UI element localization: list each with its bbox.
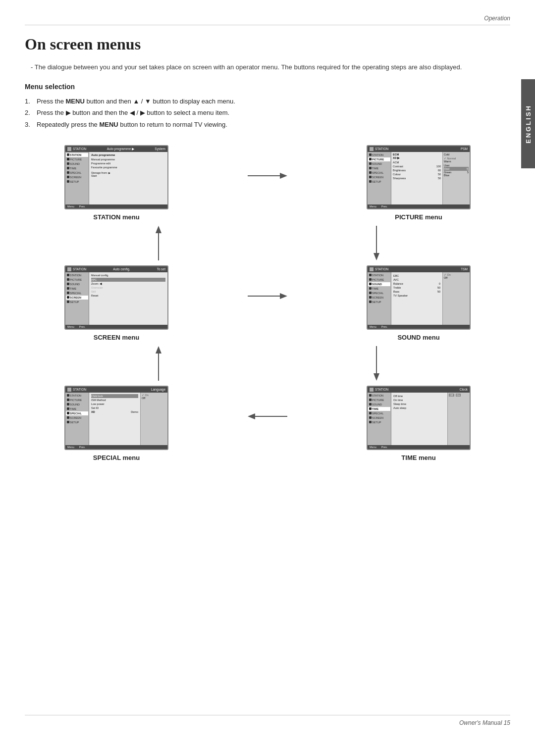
page-title: On screen menus xyxy=(25,35,510,53)
svg-marker-8 xyxy=(156,346,161,353)
special-diagram: STATION Language STATION PICTURE SOUND T… xyxy=(64,386,168,461)
picture-label: PICTURE menu xyxy=(395,213,442,221)
picture-screen: STATION PSM STATION PICTURE SOUND TIME S… xyxy=(367,145,471,209)
svg-marker-5 xyxy=(374,253,379,260)
special-screen: STATION Language STATION PICTURE SOUND T… xyxy=(64,386,168,450)
picture-diagram: STATION PSM STATION PICTURE SOUND TIME S… xyxy=(367,145,471,221)
top-section: Operation On screen menus - The dialogue… xyxy=(0,0,535,130)
station-diagram: STATION Auto programme ▶ System STATION … xyxy=(64,145,168,221)
arrow-down-right xyxy=(324,226,428,260)
time-diagram: STATION Clock STATION PICTURE SOUND TIME… xyxy=(367,386,471,461)
footer: Owner's Manual 15 xyxy=(25,715,510,726)
screen-diagram: STATION Auto config. To set STATION PICT… xyxy=(64,265,168,341)
step-3: Repeatedly press the MENU button to retu… xyxy=(25,119,510,130)
arrow-left-3 xyxy=(248,410,287,422)
screen-label: SCREEN menu xyxy=(94,334,139,341)
row-1: STATION Auto programme ▶ System STATION … xyxy=(25,145,510,221)
svg-marker-1 xyxy=(280,173,287,179)
menu-selection-title: Menu selection xyxy=(25,83,510,91)
vertical-arrows-1 xyxy=(25,226,510,260)
row-2: STATION Auto config. To set STATION PICT… xyxy=(25,265,510,341)
sound-diagram: STATION TSM STATION PICTURE SOUND TIME S… xyxy=(367,265,471,341)
arrow-down-right-2 xyxy=(324,346,428,381)
intro-text: - The dialogue between you and your set … xyxy=(25,62,510,73)
svg-marker-12 xyxy=(248,413,255,419)
vertical-arrows-2 xyxy=(25,346,510,381)
row-3: STATION Language STATION PICTURE SOUND T… xyxy=(25,386,510,461)
time-screen: STATION Clock STATION PICTURE SOUND TIME… xyxy=(367,386,471,450)
sound-screen: STATION TSM STATION PICTURE SOUND TIME S… xyxy=(367,265,471,330)
arrow-up-left xyxy=(107,226,211,260)
arrow-up-left-2 xyxy=(107,346,211,381)
station-label: STATION menu xyxy=(93,213,139,221)
svg-marker-2 xyxy=(156,226,161,233)
menu-steps: Press the MENU button and then ▲ / ▼ but… xyxy=(25,96,510,130)
step-2: Press the ▶ button and then the ◀ / ▶ bu… xyxy=(25,107,510,118)
diagrams-area: STATION Auto programme ▶ System STATION … xyxy=(0,145,535,461)
svg-marker-11 xyxy=(374,373,379,381)
arrow-right-2 xyxy=(248,290,287,302)
svg-marker-7 xyxy=(280,293,287,299)
sound-label: SOUND menu xyxy=(397,334,439,341)
screen-screen: STATION Auto config. To set STATION PICT… xyxy=(64,265,168,330)
special-label: SPECIAL menu xyxy=(93,454,140,461)
step-1: Press the MENU button and then ▲ / ▼ but… xyxy=(25,96,510,107)
breadcrumb: Operation xyxy=(25,15,510,25)
arrow-right-1 xyxy=(248,170,287,182)
time-label: TIME menu xyxy=(401,454,435,461)
station-screen: STATION Auto programme ▶ System STATION … xyxy=(64,145,168,209)
